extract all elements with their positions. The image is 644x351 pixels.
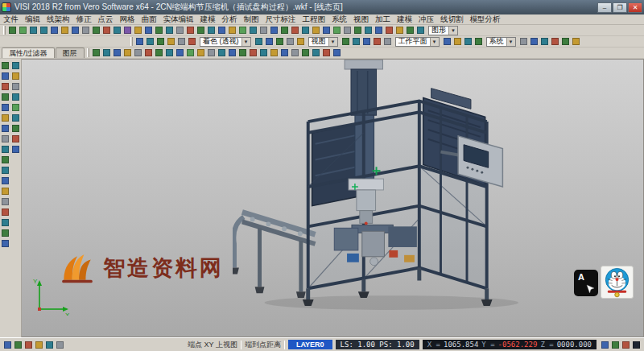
toolbar-icon[interactable]	[0, 134, 10, 144]
toolbar-icon[interactable]	[372, 36, 382, 47]
menu-item[interactable]: 编辑	[22, 14, 43, 25]
toolbar-icon[interactable]	[342, 25, 353, 35]
toolbar-icon[interactable]	[0, 71, 10, 81]
toolbar-icon[interactable]	[49, 25, 60, 35]
toolbar-icon[interactable]	[0, 228, 10, 238]
toolbar-icon[interactable]	[166, 36, 176, 47]
toolbar-icon[interactable]	[112, 47, 122, 58]
toolbar-icon[interactable]	[91, 47, 101, 58]
toolbar-icon[interactable]	[154, 25, 164, 35]
toolbar-icon[interactable]	[164, 25, 175, 35]
menu-item[interactable]: 模型分析	[467, 14, 504, 25]
toolbar-icon[interactable]	[187, 36, 197, 47]
cad-model-machine[interactable]	[233, 60, 526, 314]
toolbar-icon[interactable]	[237, 47, 248, 58]
menu-item[interactable]: 视图	[350, 14, 372, 25]
toolbar-icon[interactable]	[0, 144, 10, 155]
toolbar-icon[interactable]	[0, 238, 10, 249]
toolbar-icon[interactable]	[351, 36, 361, 47]
toolbar-icon[interactable]	[321, 47, 332, 58]
toolbar-icon[interactable]	[374, 25, 384, 35]
toolbar-icon[interactable]	[13, 340, 23, 350]
graphics-combo[interactable]: 图形 ▼	[428, 26, 458, 35]
maximize-button[interactable]: ❐	[613, 2, 627, 13]
toolbar-icon[interactable]	[134, 36, 145, 47]
toolbar-icon[interactable]	[10, 134, 21, 144]
3d-viewport[interactable]: 智造资料网 Y X A	[22, 59, 644, 337]
toolbar-icon[interactable]	[361, 36, 372, 47]
toolbar-icon[interactable]	[175, 47, 185, 58]
toolbar-icon[interactable]	[0, 217, 10, 228]
toolbar-icon[interactable]	[0, 176, 10, 186]
toolbar-icon[interactable]	[237, 25, 248, 35]
menu-item[interactable]: 建模	[394, 14, 415, 25]
toolbar-icon[interactable]	[0, 165, 10, 176]
active-layer-badge[interactable]: LAYER0	[288, 340, 332, 349]
toolbar-icon[interactable]	[300, 47, 311, 58]
toolbar-icon[interactable]	[44, 340, 55, 350]
menu-item[interactable]: 修正	[73, 14, 95, 25]
toolbar-icon[interactable]	[101, 47, 112, 58]
toolbar-icon[interactable]	[382, 36, 393, 47]
toolbar-icon[interactable]	[518, 36, 529, 47]
toolbar-icon[interactable]	[415, 25, 426, 35]
measure-mode-indicator[interactable]: 端到点距离	[245, 340, 281, 350]
toolbar-icon[interactable]	[10, 144, 21, 155]
toolbar-icon[interactable]	[452, 36, 463, 47]
toolbar-icon[interactable]	[217, 47, 227, 58]
toolbar-icon[interactable]	[2, 340, 13, 350]
toolbar-icon[interactable]	[133, 25, 143, 35]
toolbar-icon[interactable]	[206, 25, 217, 35]
toolbar-icon[interactable]	[264, 36, 275, 47]
toolbar-icon[interactable]	[332, 25, 342, 35]
toolbar-icon[interactable]	[529, 36, 539, 47]
toolbar-icon[interactable]	[290, 25, 300, 35]
toolbar-icon[interactable]	[122, 25, 133, 35]
toolbar-icon[interactable]	[394, 25, 405, 35]
toolbar-icon[interactable]	[0, 113, 10, 123]
toolbar-icon[interactable]	[122, 47, 133, 58]
toolbar-icon[interactable]	[10, 102, 21, 113]
toolbar-icon[interactable]	[60, 25, 70, 35]
menu-item[interactable]: 系统	[328, 14, 350, 25]
toolbar-icon[interactable]	[185, 47, 196, 58]
toolbar-icon[interactable]	[295, 36, 306, 47]
menu-item[interactable]: 网格	[117, 14, 138, 25]
toolbar-icon[interactable]	[196, 47, 206, 58]
toolbar-icon[interactable]	[285, 36, 295, 47]
toolbar-icon[interactable]	[34, 340, 44, 350]
toolbar-icon[interactable]	[384, 25, 394, 35]
tab-properties-filter[interactable]: 属性/过滤器	[2, 47, 55, 58]
toolbar-icon[interactable]	[164, 47, 175, 58]
toolbar-icon[interactable]	[631, 340, 642, 350]
toolbar-icon[interactable]	[155, 36, 166, 47]
menu-item[interactable]: 建模	[197, 14, 219, 25]
toolbar-icon[interactable]	[332, 47, 342, 58]
toolbar-icon[interactable]	[311, 47, 321, 58]
toolbar-icon[interactable]	[621, 340, 631, 350]
toolbar-icon[interactable]	[0, 92, 10, 102]
menu-item[interactable]: 尺寸标注	[262, 14, 299, 25]
toolbar-icon[interactable]	[539, 36, 550, 47]
toolbar-icon[interactable]	[145, 36, 155, 47]
close-button[interactable]: ✕	[628, 2, 642, 13]
menu-item[interactable]: 制图	[241, 14, 262, 25]
toolbar-icon[interactable]	[206, 47, 217, 58]
toolbar-icon[interactable]	[23, 340, 34, 350]
toolbar-icon[interactable]	[133, 47, 143, 58]
toolbar-icon[interactable]	[269, 47, 279, 58]
toolbar-icon[interactable]	[442, 36, 452, 47]
toolbar-icon[interactable]	[227, 47, 237, 58]
toolbar-icon[interactable]	[10, 113, 21, 123]
toolbar-icon[interactable]	[279, 25, 290, 35]
minimize-button[interactable]: –	[597, 2, 612, 13]
toolbar-icon[interactable]	[10, 123, 21, 134]
toolbar-icon[interactable]	[290, 47, 300, 58]
toolbar-icon[interactable]	[143, 47, 154, 58]
workplane-combo[interactable]: 工作平面 ▼	[395, 37, 440, 47]
toolbar-icon[interactable]	[10, 92, 21, 102]
toolbar-icon[interactable]	[0, 123, 10, 134]
toolbar-icon[interactable]	[10, 81, 21, 92]
toolbar-icon[interactable]	[463, 36, 473, 47]
view-combo[interactable]: 视图 ▼	[308, 37, 338, 47]
